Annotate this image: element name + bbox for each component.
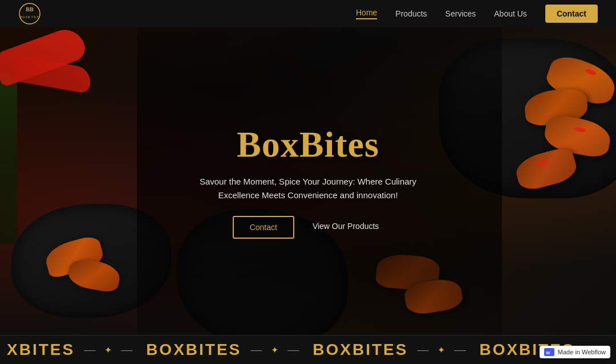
ticker-dash-2: — xyxy=(121,343,132,357)
ticker-star-1: ✦ xyxy=(104,345,112,355)
nav-contact-button[interactable]: Contact xyxy=(545,5,598,23)
ticker-text-1: XBITES xyxy=(7,341,75,359)
ticker-scroll: XBITES — ✦ — BOXBITES — ✦ — BOXBITES — ✦… xyxy=(0,341,616,359)
svg-text:BOXBITES: BOXBITES xyxy=(20,15,39,19)
ticker-text-2: BOXBITES xyxy=(146,341,241,359)
nav-about[interactable]: About Us xyxy=(494,9,527,18)
logo-icon: BB BOXBITES xyxy=(18,2,41,25)
hero-subtitle: Savour the Moment, Spice Your Journey: W… xyxy=(194,175,422,202)
nav-home[interactable]: Home xyxy=(356,8,377,19)
ticker-star-2: ✦ xyxy=(271,345,278,355)
ticker-dash-6: — xyxy=(454,343,465,357)
hero-view-products-link[interactable]: View Our Products xyxy=(308,216,383,239)
webflow-logo-icon: W xyxy=(544,348,554,356)
nav-services[interactable]: Services xyxy=(445,9,476,18)
ticker-dash-3: — xyxy=(250,343,262,357)
ticker-banner: XBITES — ✦ — BOXBITES — ✦ — BOXBITES — ✦… xyxy=(0,335,616,364)
ticker-dash-5: — xyxy=(417,343,428,357)
ticker-item: XBITES — ✦ — xyxy=(0,341,139,359)
nav-products[interactable]: Products xyxy=(395,9,427,18)
ticker-dash-4: — xyxy=(287,343,299,357)
svg-text:BB: BB xyxy=(26,6,34,13)
hero-section: BoxBites Savour the Moment, Spice Your J… xyxy=(0,27,616,335)
hero-title: BoxBites xyxy=(237,124,379,166)
ticker-star-3: ✦ xyxy=(437,345,445,355)
ticker-item-3: BOXBITES — ✦ — xyxy=(306,341,472,359)
nav-links: Home Products Services About Us Contact xyxy=(356,5,598,23)
ticker-text-3: BOXBITES xyxy=(313,341,408,359)
webflow-badge[interactable]: W Made in Webflow xyxy=(540,346,610,358)
svg-text:W: W xyxy=(546,350,550,355)
webflow-badge-label: Made in Webflow xyxy=(558,349,606,355)
hero-buttons: Contact View Our Products xyxy=(233,216,384,239)
hero-content: BoxBites Savour the Moment, Spice Your J… xyxy=(0,27,616,335)
logo[interactable]: BB BOXBITES xyxy=(18,2,41,25)
ticker-dash-1: — xyxy=(84,343,95,357)
ticker-item-2: BOXBITES — ✦ — xyxy=(139,341,306,359)
navbar: BB BOXBITES Home Products Services About… xyxy=(0,0,616,27)
hero-contact-button[interactable]: Contact xyxy=(233,216,294,239)
